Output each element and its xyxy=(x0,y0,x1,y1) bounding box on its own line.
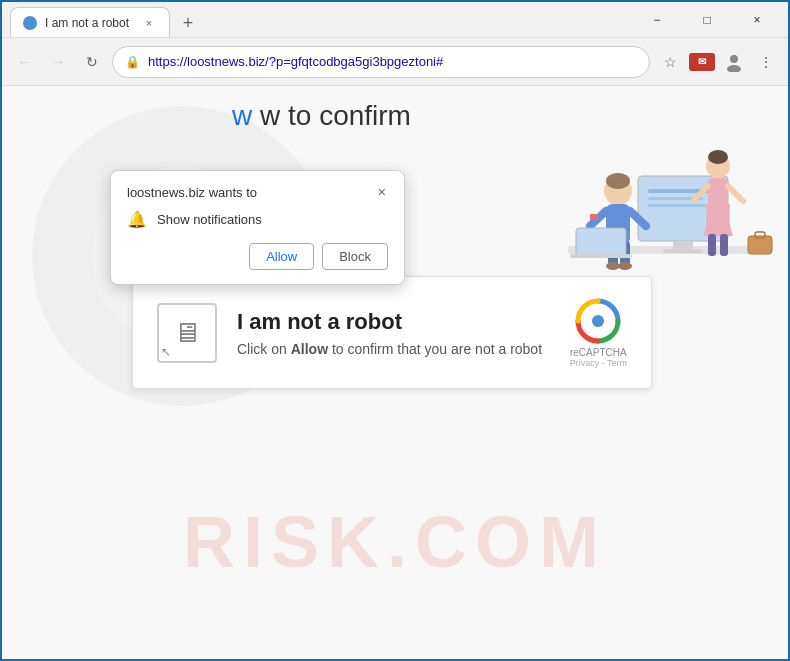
svg-rect-25 xyxy=(720,234,728,256)
privacy-link[interactable]: Privacy xyxy=(570,358,600,368)
block-button[interactable]: Block xyxy=(322,243,388,270)
address-bar: ← → ↻ 🔒 https://loostnews.biz/?p=gfqtcod… xyxy=(2,38,788,86)
captcha-arrow-icon: ↖ xyxy=(161,345,171,359)
watermark-text: risk.com xyxy=(2,501,788,583)
svg-rect-29 xyxy=(570,254,632,258)
recaptcha-links: Privacy - Term xyxy=(570,358,627,368)
captcha-description: Click on Allow to confirm that you are n… xyxy=(237,341,550,357)
tab-favicon xyxy=(23,16,37,30)
confirm-heading: w w to confirm xyxy=(232,100,411,132)
svg-point-17 xyxy=(606,262,620,270)
svg-point-31 xyxy=(592,315,604,327)
svg-point-2 xyxy=(727,65,741,72)
popup-header: loostnews.biz wants to × xyxy=(127,185,388,200)
captcha-desc-prefix: Click on xyxy=(237,341,291,357)
new-tab-button[interactable]: + xyxy=(174,9,202,37)
popup-title: loostnews.biz wants to xyxy=(127,185,257,200)
bell-icon: 🔔 xyxy=(127,210,147,229)
forward-button[interactable]: → xyxy=(44,48,72,76)
toolbar-icons: ☆ ✉ ⋮ xyxy=(656,48,780,76)
captcha-box: 🖥 ↖ I am not a robot Click on Allow to c… xyxy=(132,276,652,389)
back-button[interactable]: ← xyxy=(10,48,38,76)
svg-point-1 xyxy=(730,55,738,63)
active-tab[interactable]: I am not a robot × xyxy=(10,7,170,37)
svg-point-0 xyxy=(25,18,35,28)
confirm-blue-w: w xyxy=(232,100,252,131)
svg-point-20 xyxy=(708,150,728,164)
lock-icon: 🔒 xyxy=(125,55,140,69)
recaptcha-dash: - xyxy=(599,358,607,368)
svg-rect-6 xyxy=(663,249,703,253)
confirm-text-rest: w to confirm xyxy=(260,100,411,131)
notification-text: Show notifications xyxy=(157,212,262,227)
captcha-window-icon: 🖥 xyxy=(173,316,201,349)
recaptcha-label: reCAPTCHA xyxy=(570,347,627,358)
window-controls: − □ × xyxy=(634,5,780,35)
svg-rect-28 xyxy=(576,228,626,256)
tab-title: I am not a robot xyxy=(45,16,133,30)
captcha-text-area: I am not a robot Click on Allow to confi… xyxy=(237,309,550,357)
webpage: w w to confirm xyxy=(2,86,788,661)
terms-link[interactable]: Term xyxy=(607,358,627,368)
svg-point-18 xyxy=(618,262,632,270)
svg-rect-30 xyxy=(590,214,598,220)
menu-button[interactable]: ⋮ xyxy=(752,48,780,76)
tab-close-button[interactable]: × xyxy=(141,15,157,31)
tab-bar: I am not a robot × + xyxy=(10,2,634,37)
star-button[interactable]: ☆ xyxy=(656,48,684,76)
svg-rect-5 xyxy=(673,241,693,249)
close-button[interactable]: × xyxy=(734,5,780,35)
allow-button[interactable]: Allow xyxy=(249,243,314,270)
popup-close-button[interactable]: × xyxy=(376,185,388,199)
url-text: https://loostnews.biz/?p=gfqtcodbga5gi3b… xyxy=(148,54,637,69)
url-bar[interactable]: 🔒 https://loostnews.biz/?p=gfqtcodbga5gi… xyxy=(112,46,650,78)
captcha-desc-suffix: to confirm that you are not a robot xyxy=(328,341,542,357)
svg-rect-9 xyxy=(648,204,713,207)
profile-icon xyxy=(724,52,744,72)
popup-notification-row: 🔔 Show notifications xyxy=(127,210,388,229)
popup-actions: Allow Block xyxy=(127,243,388,270)
captcha-desc-allow: Allow xyxy=(291,341,328,357)
profile-button[interactable] xyxy=(720,48,748,76)
maximize-button[interactable]: □ xyxy=(684,5,730,35)
mail-badge: ✉ xyxy=(689,53,715,71)
svg-line-23 xyxy=(728,186,743,201)
reload-button[interactable]: ↻ xyxy=(78,48,106,76)
minimize-button[interactable]: − xyxy=(634,5,680,35)
captcha-title: I am not a robot xyxy=(237,309,550,335)
mail-icon[interactable]: ✉ xyxy=(688,48,716,76)
recaptcha-badge: reCAPTCHA Privacy - Term xyxy=(570,297,627,368)
svg-point-11 xyxy=(606,173,630,189)
captcha-icon: 🖥 ↖ xyxy=(157,303,217,363)
svg-rect-24 xyxy=(708,234,716,256)
title-bar: I am not a robot × + − □ × xyxy=(2,2,788,38)
notification-popup: loostnews.biz wants to × 🔔 Show notifica… xyxy=(110,170,405,285)
recaptcha-logo-icon xyxy=(574,297,622,345)
